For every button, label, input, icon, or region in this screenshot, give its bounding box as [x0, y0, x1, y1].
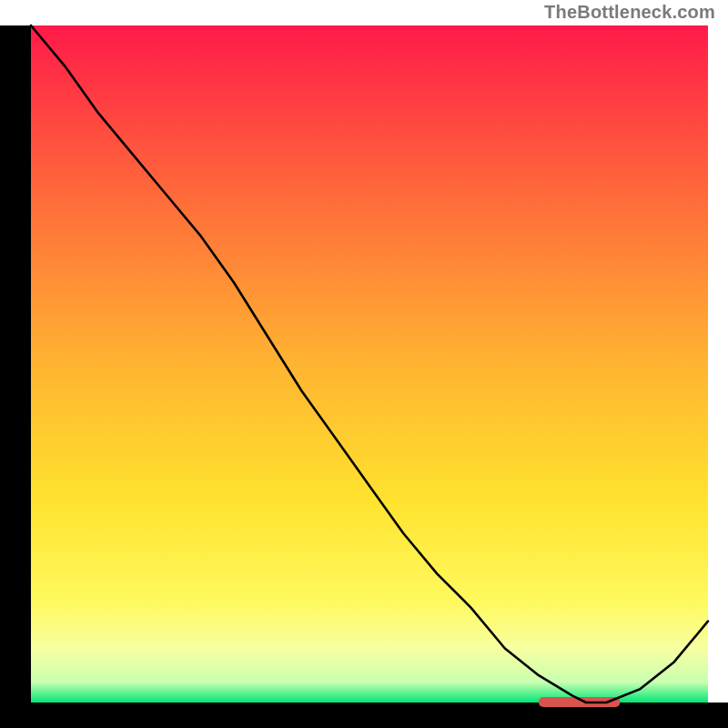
plot-background [31, 25, 708, 703]
chart-container: TheBottleneck.com [0, 0, 728, 728]
bottleneck-chart [0, 0, 728, 728]
axis-bottom [0, 703, 728, 728]
axis-left [0, 25, 31, 728]
attribution-label: TheBottleneck.com [544, 2, 715, 23]
